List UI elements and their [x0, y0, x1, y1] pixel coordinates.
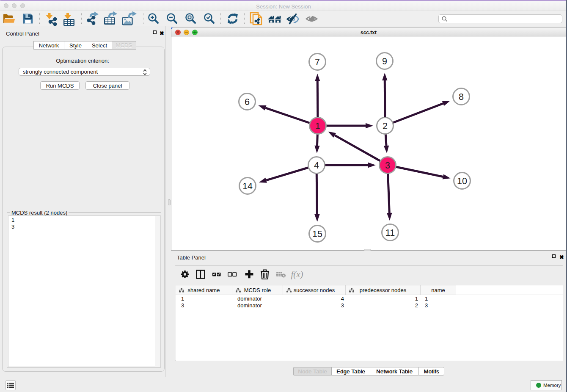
svg-text:15: 15 — [312, 229, 322, 239]
svg-text:14: 14 — [242, 181, 253, 191]
svg-text:1: 1 — [315, 121, 320, 131]
svg-text:7: 7 — [315, 57, 320, 67]
svg-text:9: 9 — [382, 56, 387, 66]
svg-text:f(x): f(x) — [291, 269, 303, 279]
svg-text:4: 4 — [314, 160, 319, 171]
svg-text:11: 11 — [385, 228, 395, 238]
svg-text:10: 10 — [457, 176, 467, 186]
svg-text:2: 2 — [383, 121, 388, 131]
svg-text:6: 6 — [245, 97, 250, 107]
svg-text:8: 8 — [459, 92, 464, 102]
svg-text:3: 3 — [385, 160, 390, 171]
